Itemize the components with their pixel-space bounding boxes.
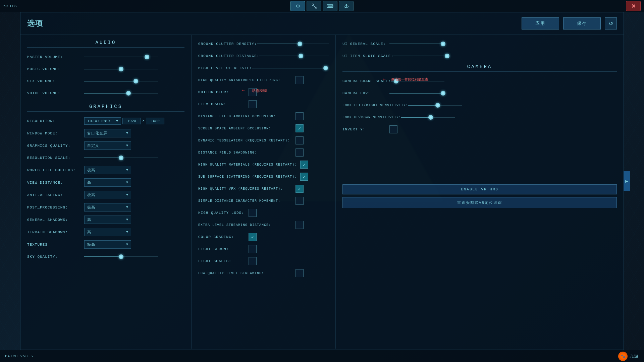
view-distance-arrow: ▼	[126, 181, 128, 184]
page-title: 选项	[27, 18, 43, 28]
camera-shake-slider[interactable]	[391, 81, 617, 81]
voice-volume-slider[interactable]	[84, 93, 184, 94]
general-shadows-dropdown[interactable]: 高 ▼	[84, 216, 131, 224]
camera-fov-slider[interactable]	[389, 93, 617, 94]
vr-section: ENABLE VR HMD 重置头戴式VR定位追踪	[342, 137, 617, 211]
terrain-shadows-value: 高	[87, 230, 91, 235]
resolution-x-separator: ×	[142, 119, 145, 123]
film-grain-checkbox[interactable]	[249, 100, 257, 108]
graphics-quality-label: GRAPHICS QUALITY:	[27, 144, 84, 148]
ui-general-scale-slider[interactable]	[389, 44, 617, 44]
sdcm-row: SIMPLE DISTANCE CHARACTER MOVEMENT:	[198, 197, 329, 205]
resolution-dropdown-value: 644x362	[87, 119, 110, 123]
hqm-checkbox[interactable]: ✓	[300, 161, 308, 169]
ui-item-slots-label: UI ITEM SLOTS SCALE:	[342, 54, 393, 58]
window-mode-dropdown[interactable]: 窗口化全屏 ▼	[84, 129, 131, 137]
top-bar: 60 FPS ⚙ 🔧 ⌨ 🕹 ✕	[0, 0, 644, 12]
mesh-lod-slider[interactable]	[252, 68, 329, 68]
hqvfx-checkbox[interactable]: ✓	[296, 185, 304, 193]
dfs-checkbox[interactable]	[296, 148, 304, 157]
look-lr-slider[interactable]	[408, 105, 617, 106]
look-lr-label: LOOK LEFT/RIGHT SENSITIVITY:	[342, 104, 408, 107]
sdcm-label: SIMPLE DISTANCE CHARACTER MOVEMENT:	[198, 199, 292, 203]
post-processing-dropdown[interactable]: 极高 ▼	[84, 203, 131, 212]
logo-text: 九游	[630, 353, 639, 359]
hqlods-label: HIGH QUALITY LODs:	[198, 211, 245, 215]
world-tile-buffers-value: 极高	[87, 168, 95, 173]
gamepad-icon-btn[interactable]: 🕹	[339, 1, 354, 11]
reset-vr-button[interactable]: 重置头戴式VR定位追踪	[342, 197, 617, 208]
lqls-label: LOW QUALITY LEVEL STREAMING:	[198, 272, 292, 275]
look-lr-row: LOOK LEFT/RIGHT SENSITIVITY:	[342, 101, 617, 109]
music-volume-slider[interactable]	[84, 69, 184, 69]
resolution-dropdown[interactable]: 644x362 ▼	[84, 117, 121, 125]
ssao-checkbox[interactable]: ✓	[296, 124, 304, 132]
anisotropic-row: HIGH QUALITY ANISOTROPIC FILTERING:	[198, 76, 329, 84]
dfao-checkbox[interactable]	[296, 112, 304, 120]
resolution-width-input[interactable]	[122, 118, 141, 124]
look-ud-row: LOOK UP/DOWN SENSITIVITY:	[342, 113, 617, 121]
world-tile-buffers-dropdown[interactable]: 极高 ▼	[84, 166, 131, 174]
invert-y-label: INVERT Y:	[342, 127, 389, 131]
resolution-container: 644x362 ▼ ×	[84, 117, 164, 125]
master-volume-slider[interactable]	[84, 57, 184, 57]
sss-label: SUB SURFACE SCATTERING (REQUIRES RESTART…	[198, 175, 297, 179]
dfao-label: DISTANCE FIELD AMBIENT OCCLUSION:	[198, 115, 292, 118]
weapon-icon-btn[interactable]: 🔧	[307, 1, 321, 11]
terrain-shadows-dropdown[interactable]: 高 ▼	[84, 228, 131, 236]
anti-aliasing-arrow: ▼	[126, 193, 128, 197]
settings-icon-btn[interactable]: ⚙	[290, 1, 305, 11]
close-button[interactable]: ✕	[626, 1, 641, 11]
view-distance-row: VIEW DISTANCE: 高 ▼	[27, 178, 184, 187]
dynamic-tess-checkbox[interactable]	[296, 136, 304, 144]
sky-quality-slider[interactable]	[84, 256, 184, 257]
reset-button[interactable]: ↺	[605, 17, 617, 29]
ground-clutter-distance-slider[interactable]	[259, 56, 329, 56]
anti-aliasing-value: 极高	[87, 192, 95, 197]
light-bloom-checkbox[interactable]	[249, 245, 257, 253]
look-ud-slider[interactable]	[401, 117, 617, 118]
resolution-height-input[interactable]	[146, 118, 164, 124]
sdcm-checkbox[interactable]	[296, 197, 304, 205]
logo-icon: 🐾	[618, 352, 628, 361]
hqlods-checkbox[interactable]	[249, 209, 257, 217]
graphics-quality-dropdown[interactable]: 自定义 ▼	[84, 141, 131, 150]
enable-vr-button[interactable]: ENABLE VR HMD	[342, 184, 617, 194]
light-bloom-label: LIGHT BLOOM:	[198, 247, 245, 251]
sss-check-icon: ✓	[303, 174, 306, 180]
dfs-row: DISTANCE FIELD SHADOWING:	[198, 148, 329, 157]
apply-button[interactable]: 应用	[522, 17, 559, 29]
motion-blur-checkbox[interactable]	[249, 88, 257, 96]
main-panel: ▶ 选项 应用 保存 ↺ AUDIO MASTER VOLUME:	[20, 12, 624, 350]
view-distance-dropdown[interactable]: 高 ▼	[84, 178, 131, 187]
lqls-checkbox[interactable]	[296, 269, 304, 277]
side-tab[interactable]: ▶	[624, 171, 630, 191]
light-shafts-checkbox[interactable]	[249, 257, 257, 265]
invert-y-checkbox[interactable]	[389, 125, 397, 133]
elsd-checkbox[interactable]	[296, 221, 304, 229]
ssao-label: SCREEN SPACE AMBIENT OCCLUSION:	[198, 127, 292, 130]
master-volume-label: MASTER VOLUME:	[27, 55, 84, 59]
hqm-label: HIGH QUALITY MATERIALS (REQUIRES RESTART…	[198, 163, 297, 167]
resolution-scale-slider[interactable]	[84, 158, 184, 158]
dfs-label: DISTANCE FIELD SHADOWING:	[198, 151, 292, 155]
sss-checkbox[interactable]: ✓	[300, 173, 308, 181]
logo-area: 🐾 九游	[618, 352, 639, 361]
terrain-shadows-label: TERRAIN SHADOWS:	[27, 230, 84, 234]
ground-clutter-density-slider[interactable]	[257, 44, 329, 44]
invert-y-row: INVERT Y:	[342, 125, 617, 133]
anisotropic-checkbox[interactable]	[296, 76, 304, 84]
graphics-quality-row: GRAPHICS QUALITY: 自定义 ▼	[27, 141, 184, 150]
hqvfx-row: HIGH QUALITY VFX (REQUIRES RESTART): ✓	[198, 185, 329, 193]
color-grading-checkbox[interactable]: ✓	[249, 233, 257, 241]
textures-dropdown[interactable]: 极高 ▼	[84, 240, 131, 249]
motion-blur-row: MOTION BLUR: ← 动态模糊	[198, 88, 329, 96]
ui-item-slots-slider[interactable]	[393, 56, 617, 56]
right-panel: UI GENERAL SCALE: UI ITEM SLOTS SCALE:	[336, 35, 624, 349]
ground-clutter-distance-row: GROUND CLUTTER DISTANCE:	[198, 52, 329, 60]
sfx-volume-slider[interactable]	[84, 81, 184, 81]
camera-fov-label: CAMERA FOV:	[342, 91, 389, 95]
save-button[interactable]: 保存	[563, 17, 601, 29]
anti-aliasing-dropdown[interactable]: 极高 ▼	[84, 191, 131, 199]
keyboard-icon-btn[interactable]: ⌨	[323, 1, 337, 11]
